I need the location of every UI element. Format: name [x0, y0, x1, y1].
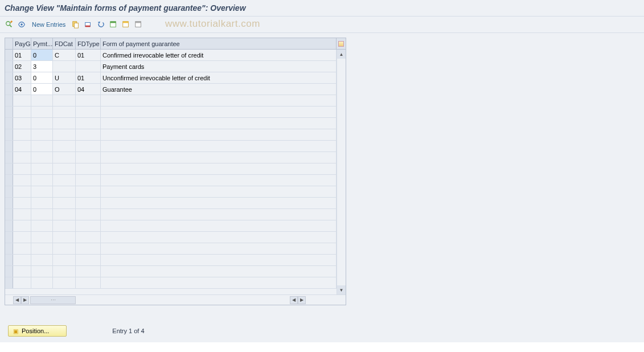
cell-fdtype [76, 129, 101, 140]
col-header-desc[interactable]: Form of payment guarantee [101, 38, 337, 49]
new-entries-button[interactable]: New Entries [28, 20, 69, 29]
scroll-left-icon[interactable]: ◀ [13, 296, 21, 304]
cell-fdcat [53, 220, 76, 231]
cell-fdcat[interactable]: C [53, 50, 76, 60]
table-row: 010C01Confirmed irrevocable letter of cr… [5, 50, 346, 61]
row-selector[interactable] [5, 163, 13, 174]
col-header-fdcat[interactable]: FDCat [53, 38, 76, 49]
cell-pymt [31, 266, 53, 277]
row-selector[interactable] [5, 50, 13, 60]
row-selector[interactable] [5, 95, 13, 106]
cell-desc[interactable]: Unconfirmed irrevocable letter of credit [101, 72, 337, 83]
cell-pymt[interactable]: 3 [31, 61, 53, 72]
cell-fdcat [53, 95, 76, 106]
cell-fdcat[interactable]: U [53, 72, 76, 83]
scroll-right-end-icon[interactable]: ▶ [298, 296, 306, 304]
cell-payg[interactable]: 02 [13, 61, 31, 72]
cell-desc [101, 209, 337, 220]
cell-payg [13, 107, 31, 117]
cell-fdtype[interactable] [76, 61, 101, 72]
cell-fdtype [76, 277, 101, 288]
cell-payg[interactable]: 03 [13, 72, 31, 83]
cell-fdcat [53, 277, 76, 288]
toggle-display-change-icon[interactable] [3, 19, 15, 30]
position-button[interactable]: ▣ Position... [8, 325, 67, 337]
cell-fdcat [53, 107, 76, 117]
col-header-pymt[interactable]: Pymt... [31, 38, 53, 49]
deselect-all-icon[interactable] [133, 19, 144, 30]
row-selector[interactable] [5, 84, 13, 95]
scroll-down-icon[interactable]: ▼ [337, 285, 346, 294]
table-row [5, 175, 346, 186]
row-selector[interactable] [5, 209, 13, 220]
scroll-right-icon[interactable]: ▶ [21, 296, 29, 304]
row-selector[interactable] [5, 129, 13, 140]
col-header-payg[interactable]: PayG [13, 38, 31, 49]
scroll-up-icon[interactable]: ▲ [337, 50, 346, 59]
cell-desc[interactable]: Guarantee [101, 84, 337, 95]
table-row [5, 243, 346, 255]
scroll-left-end-icon[interactable]: ◀ [290, 296, 298, 304]
svg-point-0 [6, 22, 10, 26]
cell-desc[interactable]: Payment cards [101, 61, 337, 72]
cell-pymt [31, 186, 53, 197]
cell-fdtype [76, 95, 101, 106]
cell-fdtype[interactable]: 04 [76, 84, 101, 95]
cell-pymt [31, 107, 53, 117]
cell-payg [13, 118, 31, 129]
cell-fdcat [53, 186, 76, 197]
row-selector[interactable] [5, 141, 13, 152]
cell-pymt[interactable]: 0 [31, 72, 53, 83]
cell-payg [13, 266, 31, 277]
row-selector[interactable] [5, 243, 13, 254]
cell-payg[interactable]: 04 [13, 84, 31, 95]
row-selector[interactable] [5, 266, 13, 277]
select-all-icon[interactable] [108, 19, 119, 30]
row-selector[interactable] [5, 186, 13, 197]
svg-rect-4 [75, 23, 79, 28]
cell-payg [13, 232, 31, 243]
vertical-scrollbar[interactable]: ▲ ▼ [337, 50, 346, 294]
row-selector[interactable] [5, 72, 13, 83]
select-block-icon[interactable] [120, 19, 132, 30]
table-settings-icon[interactable] [337, 38, 346, 49]
col-header-fdtype[interactable]: FDType [76, 38, 101, 49]
undo-icon[interactable] [95, 19, 106, 30]
cell-fdtype[interactable]: 01 [76, 72, 101, 83]
table-row [5, 186, 346, 198]
row-selector[interactable] [5, 220, 13, 231]
table-row [5, 255, 346, 266]
svg-rect-12 [136, 22, 141, 23]
row-selector[interactable] [5, 255, 13, 265]
row-selector[interactable] [5, 175, 13, 186]
cell-fdtype [76, 163, 101, 174]
cell-pymt[interactable]: 0 [31, 50, 53, 60]
row-selector[interactable] [5, 118, 13, 129]
row-selector[interactable] [5, 232, 13, 243]
cell-fdcat [53, 152, 76, 163]
row-selector[interactable] [5, 152, 13, 163]
cell-pymt[interactable]: 0 [31, 84, 53, 95]
delete-icon[interactable] [83, 19, 94, 30]
copy-icon[interactable] [70, 19, 81, 30]
row-selector[interactable] [5, 107, 13, 117]
cell-fdtype [76, 209, 101, 220]
cell-fdcat[interactable] [53, 61, 76, 72]
cell-fdtype [76, 175, 101, 186]
cell-pymt [31, 209, 53, 220]
svg-line-1 [10, 25, 12, 27]
table-row [5, 220, 346, 232]
position-icon: ▣ [13, 328, 18, 334]
row-selector[interactable] [5, 61, 13, 72]
table-header: PayG Pymt... FDCat FDType Form of paymen… [5, 38, 346, 50]
scroll-thumb[interactable]: ⋯ [30, 296, 76, 304]
row-selector[interactable] [5, 277, 13, 288]
scroll-track[interactable] [337, 59, 346, 285]
cell-desc[interactable]: Confirmed irrevocable letter of credit [101, 50, 337, 60]
cell-payg[interactable]: 01 [13, 50, 31, 60]
cell-fdtype[interactable]: 01 [76, 50, 101, 60]
other-view-icon[interactable] [16, 19, 27, 30]
cell-fdcat[interactable]: O [53, 84, 76, 95]
row-selector-header[interactable] [5, 38, 13, 49]
row-selector[interactable] [5, 198, 13, 208]
